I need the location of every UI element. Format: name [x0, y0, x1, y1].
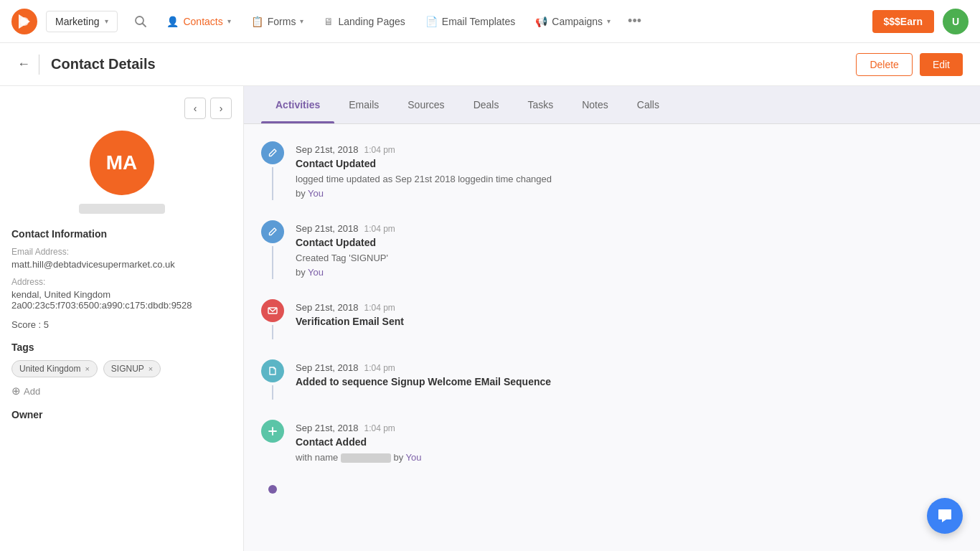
- timeline-item: Sep 21st, 2018 1:04 pm Contact Updated l…: [261, 141, 963, 200]
- activity-by-link[interactable]: You: [308, 267, 324, 278]
- address-line2: 2a00:23c5:f703:6500:a990:c175:dbdb:9528: [11, 300, 232, 311]
- activity-date: Sep 21st, 2018: [296, 223, 358, 234]
- activity-time: 1:04 pm: [364, 363, 395, 373]
- tab-calls[interactable]: Calls: [623, 86, 674, 123]
- owner-title: Owner: [11, 409, 232, 420]
- delete-button[interactable]: Delete: [856, 53, 912, 76]
- page-header: ← Contact Details Delete Edit: [0, 43, 980, 86]
- timeline-left: [261, 359, 284, 400]
- timeline-content: Sep 21st, 2018 1:04 pm Verification Emai…: [296, 299, 963, 339]
- activity-title: Contact Added: [296, 436, 963, 448]
- activity-title: Verification Email Sent: [296, 316, 963, 327]
- timeline-left: [261, 141, 284, 200]
- avatar-initials: MA: [106, 151, 138, 174]
- add-tag-label: Add: [24, 386, 40, 397]
- nav-email-templates[interactable]: 📄 Email Templates: [417, 11, 524, 32]
- tab-deals[interactable]: Deals: [459, 86, 514, 123]
- add-tag-button[interactable]: ⊕ Add: [11, 385, 232, 397]
- timeline-item: Sep 21st, 2018 1:04 pm Contact Updated C…: [261, 220, 963, 279]
- contact-info-title: Contact Information: [11, 228, 232, 240]
- timeline-header: Sep 21st, 2018 1:04 pm: [296, 423, 963, 433]
- timeline-connector: [272, 385, 273, 400]
- landing-pages-icon: 🖥: [324, 16, 334, 27]
- tag-signup-remove[interactable]: ×: [149, 364, 153, 373]
- activity-title: Added to sequence Signup Welcome EMail S…: [296, 376, 963, 387]
- timeline: Sep 21st, 2018 1:04 pm Contact Updated l…: [261, 141, 963, 494]
- activity-date: Sep 21st, 2018: [296, 362, 358, 373]
- activity-icon-pencil: [261, 220, 284, 243]
- tab-activities[interactable]: Activities: [261, 86, 334, 123]
- contact-navigation: ‹ ›: [11, 98, 232, 119]
- activity-feed: Sep 21st, 2018 1:04 pm Contact Updated l…: [244, 124, 980, 511]
- tag-uk: United Kingdom ×: [11, 360, 98, 377]
- activity-by-link[interactable]: You: [308, 188, 324, 199]
- user-avatar[interactable]: U: [943, 9, 969, 34]
- workspace-chevron: ▾: [105, 17, 108, 25]
- forms-icon: 📋: [251, 16, 263, 27]
- more-options-button[interactable]: •••: [622, 9, 647, 33]
- activity-icon-doc: [261, 359, 284, 382]
- svg-line-3: [143, 23, 146, 27]
- activity-date: Sep 21st, 2018: [296, 302, 358, 313]
- nav-landing-pages[interactable]: 🖥 Landing Pages: [315, 11, 413, 32]
- contact-name-blurred: [341, 453, 391, 463]
- nav-campaigns-label: Campaigns: [552, 16, 603, 27]
- email-label: Email Address:: [11, 247, 232, 257]
- chat-button[interactable]: [927, 498, 963, 534]
- nav-contacts[interactable]: 👤 Contacts ▾: [158, 11, 239, 32]
- tab-sources[interactable]: Sources: [393, 86, 458, 123]
- address-label: Address:: [11, 277, 232, 287]
- address-line1: kendal, United Kingdom: [11, 289, 232, 300]
- avatar-container: MA: [11, 131, 232, 195]
- activity-by-link[interactable]: You: [406, 452, 422, 463]
- contact-name-blurred: [79, 204, 165, 214]
- timeline-header: Sep 21st, 2018 1:04 pm: [296, 362, 963, 373]
- email-value: matt.hill@debtadvicesupermarket.co.uk: [11, 259, 232, 270]
- back-button[interactable]: ←: [17, 57, 30, 72]
- add-tag-icon: ⊕: [11, 385, 21, 397]
- tags-section: Tags United Kingdom × SIGNUP × ⊕ Add: [11, 342, 232, 397]
- activity-time: 1:04 pm: [364, 303, 395, 313]
- nav-campaigns[interactable]: 📢 Campaigns ▾: [527, 11, 619, 32]
- timeline-left: [261, 299, 284, 339]
- activity-body: logged time updated as Sep 21st 2018 log…: [296, 172, 963, 200]
- tag-signup: SIGNUP ×: [103, 360, 161, 377]
- tag-signup-label: SIGNUP: [111, 364, 144, 374]
- timeline-content: Sep 21st, 2018 1:04 pm Contact Added wit…: [296, 420, 963, 465]
- contact-avatar: MA: [90, 131, 154, 195]
- timeline-header: Sep 21st, 2018 1:04 pm: [296, 144, 963, 155]
- edit-button[interactable]: Edit: [920, 53, 963, 76]
- campaigns-icon: 📢: [535, 16, 547, 27]
- timeline-content: Sep 21st, 2018 1:04 pm Added to sequence…: [296, 359, 963, 400]
- activity-title: Contact Updated: [296, 158, 963, 169]
- tab-notes[interactable]: Notes: [567, 86, 623, 123]
- earn-button[interactable]: $$$Earn: [872, 10, 934, 33]
- tabs-bar: Activities Emails Sources Deals Tasks No…: [244, 86, 980, 124]
- score-row: Score : 5: [11, 319, 232, 330]
- contacts-icon: 👤: [166, 16, 179, 27]
- search-button[interactable]: [129, 10, 152, 33]
- workspace-selector[interactable]: Marketing ▾: [46, 11, 118, 32]
- nav-contacts-label: Contacts: [183, 16, 222, 27]
- page-actions: Delete Edit: [856, 53, 963, 76]
- prev-contact-button[interactable]: ‹: [184, 98, 206, 119]
- activity-time: 1:04 pm: [364, 224, 395, 234]
- topnav: Marketing ▾ 👤 Contacts ▾ 📋 Forms ▾ 🖥 Lan…: [0, 0, 980, 43]
- activity-icon-email: [261, 299, 284, 322]
- timeline-end-dot: [268, 485, 277, 494]
- tab-tasks[interactable]: Tasks: [513, 86, 567, 123]
- tag-uk-remove[interactable]: ×: [85, 364, 89, 373]
- nav-landing-pages-label: Landing Pages: [338, 16, 405, 27]
- owner-section: Owner: [11, 409, 232, 420]
- svg-point-1: [20, 17, 29, 26]
- activity-title: Contact Updated: [296, 237, 963, 248]
- tab-emails[interactable]: Emails: [334, 86, 393, 123]
- topnav-nav: 👤 Contacts ▾ 📋 Forms ▾ 🖥 Landing Pages 📄…: [158, 9, 872, 33]
- email-templates-icon: 📄: [425, 16, 438, 27]
- next-contact-button[interactable]: ›: [210, 98, 232, 119]
- timeline-left: [261, 220, 284, 279]
- app-logo[interactable]: [11, 9, 37, 34]
- timeline-item: Sep 21st, 2018 1:04 pm Added to sequence…: [261, 359, 963, 400]
- nav-forms[interactable]: 📋 Forms ▾: [242, 11, 313, 32]
- timeline-content: Sep 21st, 2018 1:04 pm Contact Updated l…: [296, 141, 963, 200]
